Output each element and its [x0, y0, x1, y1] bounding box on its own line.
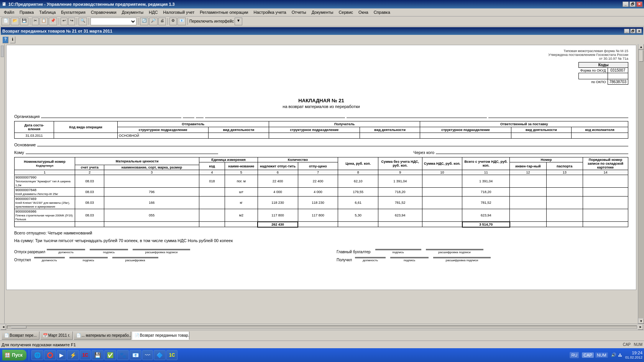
- doc-close-btn[interactable]: ✕: [636, 29, 642, 33]
- otpustil-field3[interactable]: [112, 257, 158, 257]
- toolbar-copy[interactable]: 📋: [39, 18, 48, 25]
- menu-edit[interactable]: Правка: [17, 9, 36, 15]
- minimize-button[interactable]: _: [623, 2, 629, 7]
- taskbar-chrome-icon: ⭕: [47, 352, 53, 358]
- horizontal-scrollbar[interactable]: ◄ ►: [0, 324, 644, 330]
- menu-table[interactable]: Таблица: [37, 9, 58, 15]
- vertical-scrollbar[interactable]: ▲ ▼: [638, 44, 644, 324]
- menu-windows[interactable]: Окна: [356, 9, 371, 15]
- scroll-right-btn[interactable]: ►: [638, 324, 643, 330]
- taskbar-check-app[interactable]: ✅: [104, 350, 116, 360]
- otpustil-field2[interactable]: [69, 257, 108, 257]
- scroll-down-btn[interactable]: ▼: [638, 318, 644, 324]
- menu-reports[interactable]: Отчеты: [289, 9, 309, 15]
- toolbar-switch-dropdown[interactable]: ▼: [235, 18, 242, 25]
- cherez-kogo-field[interactable]: [436, 149, 628, 154]
- toolbar-undo[interactable]: ↩: [61, 18, 67, 25]
- taskbar-1c-main[interactable]: 1С: [166, 350, 177, 360]
- poluchil-field2[interactable]: [390, 257, 429, 257]
- taskbar-wave-app[interactable]: 〰: [142, 350, 153, 360]
- taskbar-paw-app[interactable]: 🐾: [117, 350, 129, 360]
- mth-inven: инвен-тар-ный: [510, 162, 546, 170]
- scroll-thumb-h[interactable]: [11, 326, 26, 328]
- org-field2[interactable]: [183, 113, 194, 118]
- th-act-sender: вид деятельности: [209, 127, 269, 133]
- th-code-op: Код вида операции: [54, 121, 118, 133]
- tab-4[interactable]: 📄 Возврат переданных товар...: [132, 331, 189, 340]
- doc-toolbar-info[interactable]: ℹ: [10, 36, 15, 43]
- menu-docs[interactable]: Документы: [309, 9, 336, 15]
- start-button[interactable]: 🪟 Пуск: [2, 350, 26, 360]
- osnov-field[interactable]: [37, 141, 628, 146]
- toolbar-settings[interactable]: ⚙: [169, 18, 177, 25]
- poluchil-field1[interactable]: [355, 257, 386, 257]
- otpusk-field1[interactable]: [47, 249, 85, 249]
- org-field4[interactable]: [205, 113, 345, 118]
- poluchil-field3[interactable]: [433, 257, 491, 257]
- toolbar-save[interactable]: 💾: [20, 18, 28, 25]
- toolbar-open[interactable]: 📂: [11, 18, 19, 25]
- taskbar-mail-app[interactable]: 📧: [130, 350, 141, 360]
- otpustil-field1[interactable]: [34, 257, 65, 257]
- menu-references[interactable]: Справочники: [89, 9, 119, 15]
- restore-button[interactable]: 🗗: [629, 2, 636, 7]
- taskbar-save-app[interactable]: 💾: [92, 350, 104, 360]
- taskbar-diamond-app[interactable]: 🔷: [154, 350, 166, 360]
- menu-reg-ops[interactable]: Регламентные операции: [197, 9, 250, 15]
- scroll-track-h[interactable]: [7, 326, 637, 329]
- komu-field[interactable]: [26, 149, 218, 154]
- menu-setup-acc[interactable]: Настройка учета: [251, 9, 288, 15]
- taskbar-chrome[interactable]: ⭕: [44, 350, 56, 360]
- otpusk-field3[interactable]: [133, 249, 190, 249]
- row3-schet: 08.03: [75, 197, 104, 209]
- toolbar-filter[interactable]: 🔎: [149, 18, 158, 25]
- toolbar-new[interactable]: 📄: [2, 18, 10, 25]
- toolbar-dropdown[interactable]: [90, 18, 136, 25]
- toolbar-mail[interactable]: 📧: [177, 18, 186, 25]
- row2-kod: 796: [104, 188, 199, 197]
- menu-documents[interactable]: Документы: [120, 9, 146, 15]
- org-field3[interactable]: [196, 113, 204, 118]
- org-field6[interactable]: [488, 113, 628, 118]
- menu-accounting[interactable]: Бухгалтерия: [59, 9, 88, 15]
- left-ruler: [0, 44, 5, 324]
- doc-toolbar-help[interactable]: ?: [2, 36, 8, 43]
- taskbar-1c-logo[interactable]: 1С: [80, 350, 91, 360]
- doc-minimize-btn[interactable]: _: [624, 29, 629, 33]
- scroll-up-btn[interactable]: ▲: [638, 44, 644, 49]
- gl-buh-field2[interactable]: [426, 249, 483, 249]
- otpusk-field2[interactable]: [90, 249, 128, 249]
- tab-2[interactable]: 📅 Март 2011 г.: [40, 331, 73, 340]
- toolbar-print[interactable]: 🖨: [158, 18, 166, 25]
- taskbar-ie[interactable]: 🌐: [31, 350, 43, 360]
- doc-window-controls: _ 🗗 ✕: [624, 29, 642, 33]
- toolbar-paste[interactable]: 📌: [49, 18, 57, 25]
- taskbar-app3[interactable]: ▶: [57, 350, 66, 360]
- org-field1[interactable]: [41, 113, 181, 118]
- tab-3[interactable]: 📄 ... материалы из перерабо...: [74, 331, 131, 340]
- menu-help[interactable]: Справка: [371, 9, 393, 15]
- menu-tax[interactable]: Налоговый учет: [161, 9, 197, 15]
- org-field5[interactable]: [347, 113, 486, 118]
- close-button[interactable]: ✕: [636, 2, 642, 7]
- org-label: Организация: [14, 114, 39, 119]
- th-act-resp: вид деятельности: [511, 127, 571, 133]
- toolbar-search[interactable]: 🔍: [79, 18, 87, 25]
- sig-otpusk: Отпуск разрешил должность подпись расшиф…: [14, 249, 306, 254]
- gl-buh-field1[interactable]: [375, 249, 421, 249]
- scroll-track-v[interactable]: [638, 49, 644, 318]
- scroll-thumb-v[interactable]: [639, 50, 643, 62]
- td-act-recv: [360, 133, 420, 139]
- toolbar-redo[interactable]: ↪: [68, 18, 75, 25]
- tab-1[interactable]: 📄 Возврат пере...: [2, 331, 39, 340]
- menu-vat[interactable]: НДС: [146, 9, 160, 15]
- scroll-left-btn[interactable]: ◄: [1, 324, 6, 330]
- toolbar-refresh[interactable]: 🔄: [140, 18, 148, 25]
- caps-indicator: CAP: [623, 342, 631, 347]
- menu-service[interactable]: Сервис: [336, 9, 355, 15]
- toolbar-cut[interactable]: ✂: [32, 18, 39, 25]
- taskbar-app4[interactable]: ⚡: [67, 350, 79, 360]
- menu-file[interactable]: Файл: [2, 9, 16, 15]
- doc-restore-btn[interactable]: 🗗: [630, 29, 636, 33]
- taskbar-ie-icon: 🌐: [34, 352, 41, 358]
